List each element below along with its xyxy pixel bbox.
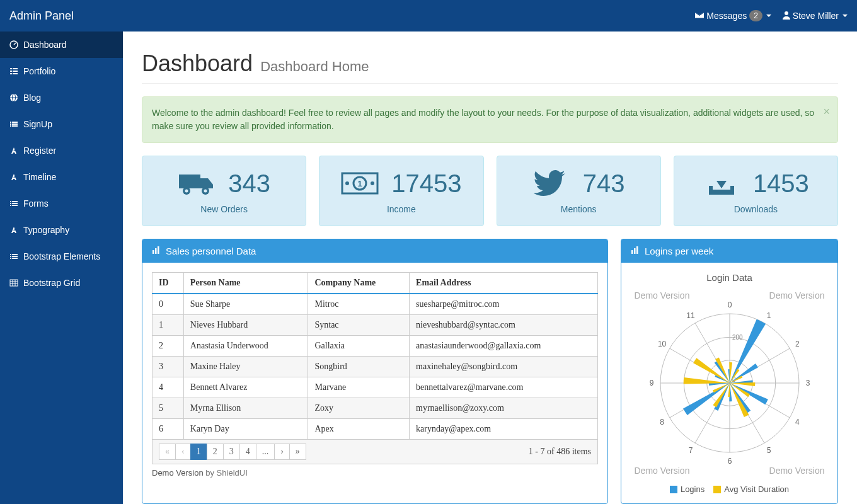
table-cell: nieveshubbard@syntac.com <box>410 315 598 336</box>
table-cell: karynday@apex.com <box>410 419 598 440</box>
table-row[interactable]: 3Maxine HaleySongbirdmaxinehaley@songbir… <box>152 357 598 377</box>
pager-button[interactable]: « <box>159 444 176 460</box>
list-alt-icon <box>9 120 18 129</box>
messages-dropdown[interactable]: Messages 2 <box>695 10 771 21</box>
svg-text:8: 8 <box>660 418 664 427</box>
column-header[interactable]: Email Address <box>410 273 598 294</box>
messages-count-badge: 2 <box>749 10 762 21</box>
svg-rect-5 <box>13 71 18 72</box>
pager-bar: «‹1234...›» 1 - 7 of 486 items <box>152 440 598 464</box>
pager-button[interactable]: 2 <box>207 444 224 460</box>
svg-rect-12 <box>10 123 11 125</box>
stat-value: 17453 <box>391 169 461 198</box>
table-cell: Bennett Alvarez <box>183 377 308 398</box>
table-row[interactable]: 6Karyn DayApexkarynday@apex.com <box>152 419 598 440</box>
envelope-icon <box>695 11 704 21</box>
page-subtitle: Dashboard Home <box>260 59 369 75</box>
svg-point-0 <box>785 11 788 15</box>
alert-close-button[interactable]: × <box>823 103 830 120</box>
sidebar-item-dashboard[interactable]: Dashboard <box>0 32 123 58</box>
font-icon <box>9 146 18 155</box>
sidebar-item-label: Bootstrap Elements <box>23 251 100 261</box>
page-header: Dashboard Dashboard Home <box>142 50 838 84</box>
pager-button[interactable]: 3 <box>223 444 240 460</box>
pager-button[interactable]: ... <box>256 444 275 460</box>
caret-down-icon <box>766 14 771 17</box>
chart-title: Login Data <box>706 272 752 283</box>
table-cell: Sue Sharpe <box>183 294 308 315</box>
table-cell: suesharpe@mitroc.com <box>410 294 598 315</box>
sidebar-item-blog[interactable]: Blog <box>0 84 123 111</box>
legend-item[interactable]: Logins <box>670 484 705 494</box>
stat-label: Mentions <box>561 204 597 214</box>
svg-text:3: 3 <box>805 379 810 387</box>
svg-point-37 <box>345 181 349 185</box>
pager-button[interactable]: 4 <box>239 444 256 460</box>
welcome-alert: Welcome to the admin dashboard! Feel fre… <box>142 96 838 143</box>
legend-item[interactable]: Avg Visit Duration <box>713 484 789 494</box>
svg-rect-2 <box>10 68 12 69</box>
brand[interactable]: Admin Panel <box>9 9 74 23</box>
svg-rect-6 <box>10 73 12 74</box>
stat-label: New Orders <box>200 204 248 214</box>
column-header[interactable]: Company Name <box>308 273 410 294</box>
sales-panel-heading: Sales personnel Data <box>142 239 607 263</box>
watermark: Demo Version <box>635 290 690 301</box>
svg-rect-25 <box>12 256 18 257</box>
sidebar-item-portfolio[interactable]: Portfolio <box>0 58 123 84</box>
svg-rect-29 <box>179 175 200 188</box>
table-cell: Apex <box>308 419 410 440</box>
sidebar-item-label: Timeline <box>23 172 56 182</box>
svg-rect-44 <box>158 246 159 254</box>
table-row[interactable]: 2Anastasia UnderwoodGallaxiaanastasiaund… <box>152 336 598 357</box>
polar-chart: Login Data 012345678910110200 Demo Versi… <box>631 272 828 494</box>
stat-card-mentions[interactable]: 743Mentions <box>497 156 661 226</box>
user-icon <box>783 11 790 21</box>
sidebar-item-forms[interactable]: Forms <box>0 190 123 217</box>
pager-button[interactable]: » <box>289 444 306 460</box>
sidebar-item-bootstrap-elements[interactable]: Bootstrap Elements <box>0 243 123 270</box>
sidebar-item-signup[interactable]: SignUp <box>0 111 123 137</box>
table-row[interactable]: 0Sue SharpeMitrocsuesharpe@mitroc.com <box>152 294 598 315</box>
table-cell: Syntac <box>308 315 410 336</box>
svg-rect-47 <box>636 246 638 254</box>
table-row[interactable]: 1Nieves HubbardSyntacnieveshubbard@synta… <box>152 315 598 336</box>
sidebar-item-timeline[interactable]: Timeline <box>0 164 123 190</box>
pager-button[interactable]: 1 <box>190 444 207 460</box>
sidebar: DashboardPortfolioBlogSignUpRegisterTime… <box>0 32 123 504</box>
user-name: Steve Miller <box>793 11 839 21</box>
column-header[interactable]: ID <box>152 273 184 294</box>
table-cell: 0 <box>152 294 184 315</box>
column-header[interactable]: Person Name <box>183 273 308 294</box>
watermark: Demo Version <box>769 290 825 301</box>
user-dropdown[interactable]: Steve Miller <box>783 11 848 21</box>
sales-panel-title: Sales personnel Data <box>166 246 256 256</box>
stat-card-new-orders[interactable]: 343New Orders <box>142 156 306 226</box>
bar-chart-icon <box>152 246 161 256</box>
pager-button[interactable]: › <box>274 444 290 460</box>
table-cell: myrnaellison@zoxy.com <box>410 398 598 419</box>
legend-swatch <box>670 486 677 493</box>
sidebar-item-register[interactable]: Register <box>0 137 123 164</box>
watermark: Demo Version <box>635 466 690 476</box>
sidebar-item-typography[interactable]: Typography <box>0 217 123 243</box>
pager-button[interactable]: ‹ <box>175 444 191 460</box>
logins-panel-heading: Logins per week <box>621 239 837 263</box>
list-alt-icon <box>9 199 18 208</box>
table-cell: Mitroc <box>308 294 410 315</box>
sidebar-item-label: Typography <box>23 225 69 235</box>
sidebar-item-label: Dashboard <box>23 40 67 50</box>
table-row[interactable]: 4Bennett AlvarezMarvanebennettalvarez@ma… <box>152 377 598 398</box>
sales-table: IDPerson NameCompany NameEmail Address 0… <box>152 272 598 440</box>
svg-rect-7 <box>13 73 18 74</box>
sidebar-item-bootstrap-grid[interactable]: Bootstrap Grid <box>0 270 123 296</box>
stat-label: Income <box>387 204 416 214</box>
table-row[interactable]: 5Myrna EllisonZoxymyrnaellison@zoxy.com <box>152 398 598 419</box>
stat-card-income[interactable]: 117453Income <box>319 156 483 226</box>
stat-card-downloads[interactable]: 1453Downloads <box>674 156 838 226</box>
table-cell: 3 <box>152 357 184 377</box>
svg-rect-27 <box>12 258 18 259</box>
table-cell: Maxine Haley <box>183 357 308 377</box>
table-cell: 2 <box>152 336 184 357</box>
svg-point-33 <box>204 190 207 193</box>
